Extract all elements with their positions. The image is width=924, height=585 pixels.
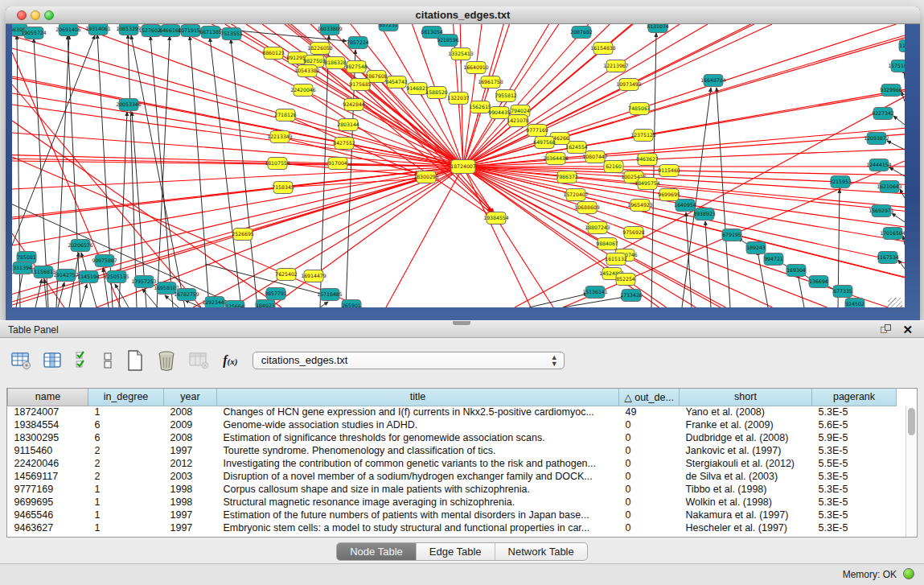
column-header-year[interactable]: year — [164, 389, 217, 406]
graph-node[interactable]: 852254 — [616, 274, 635, 286]
graph-node[interactable]: 15720407 — [563, 189, 589, 201]
graph-node[interactable]: 19142757 — [53, 270, 79, 282]
graph-node[interactable]: 12444154 — [866, 159, 892, 171]
float-panel-icon[interactable] — [881, 324, 892, 336]
graph-node[interactable]: 18107554 — [265, 158, 290, 170]
table-row[interactable]: 2242004622012Investigating the contribut… — [8, 457, 897, 470]
graph-node[interactable]: 10853297 — [116, 24, 142, 35]
graph-node[interactable]: 169304 — [786, 265, 806, 277]
graph-node[interactable]: 9242844 — [343, 99, 365, 111]
graph-node[interactable]: 7857224 — [347, 37, 369, 49]
graph-node[interactable]: 8860123 — [262, 47, 285, 60]
graph-node[interactable]: 3215953 — [829, 176, 852, 188]
graph-node[interactable]: 18226058 — [307, 43, 333, 55]
graph-node[interactable]: 12213967 — [603, 60, 629, 72]
graph-node[interactable]: 10543382 — [294, 65, 320, 77]
graph-node[interactable]: 125664 — [225, 301, 244, 308]
graph-node[interactable]: 7513551 — [220, 28, 243, 40]
graph-node[interactable]: 19055724 — [21, 27, 47, 39]
graph-node[interactable]: 8454743 — [385, 76, 408, 89]
graph-node[interactable]: 16914479 — [301, 270, 326, 282]
graph-node[interactable]: 90975887 — [92, 255, 117, 267]
graph-node[interactable]: 2526695 — [232, 229, 254, 241]
graph-node[interactable]: 9777169 — [526, 125, 548, 137]
tab-node-table[interactable]: Node Table — [337, 543, 417, 560]
column-header-short[interactable]: short — [680, 389, 812, 406]
graph-node[interactable]: 111750 — [899, 40, 905, 52]
delete-table-icon[interactable] — [156, 349, 177, 372]
graph-node[interactable]: 9756928 — [622, 227, 645, 239]
graph-node[interactable]: 857231 — [379, 24, 398, 31]
show-column-icon[interactable] — [43, 351, 63, 370]
graph-node[interactable]: 1167534 — [877, 252, 899, 264]
graph-node[interactable]: 9175685 — [349, 79, 372, 91]
tab-network-table[interactable]: Network Table — [495, 543, 587, 560]
select-attributes-icon[interactable] — [75, 350, 91, 371]
split-drag-handle[interactable] — [453, 321, 470, 325]
graph-node[interactable]: 1640954 — [674, 200, 696, 212]
tab-edge-table[interactable]: Edge Table — [417, 543, 495, 560]
graph-node[interactable]: 136694 — [809, 276, 828, 288]
graph-node[interactable]: 8131074 — [647, 24, 669, 33]
graph-node[interactable]: 7625402 — [275, 269, 298, 281]
table-row[interactable]: 1456911722003Disruption of a novel membe… — [8, 470, 897, 483]
graph-node[interactable]: 10688609 — [574, 202, 600, 214]
table-selector-dropdown[interactable]: citations_edges.txt ▲▼ — [253, 352, 565, 369]
graph-node[interactable]: 189243 — [746, 242, 766, 254]
graph-node[interactable]: 924502 — [845, 299, 864, 308]
network-canvas[interactable]: 1663090190557242069140619314061108532971… — [12, 24, 905, 307]
graph-node[interactable]: 679195 — [722, 229, 741, 241]
column-header-out_de[interactable]: △ out_de... — [619, 389, 680, 406]
graph-node[interactable]: 16154838 — [590, 43, 616, 55]
graph-node[interactable]: 12213343 — [267, 131, 293, 143]
graph-node[interactable]: 7485063 — [628, 103, 651, 115]
new-table-icon[interactable] — [125, 349, 145, 372]
graph-node[interactable]: 2718126 — [274, 109, 297, 122]
graph-node[interactable]: 11156813 — [31, 266, 56, 278]
graph-node[interactable]: 10807447 — [582, 151, 608, 163]
graph-node[interactable]: 16961758 — [478, 76, 503, 89]
table-row[interactable]: 1830029562008Estimation of significance … — [8, 431, 897, 444]
graph-node[interactable]: 18807243 — [585, 222, 610, 234]
graph-node[interactable]: 15692971 — [869, 205, 894, 217]
graph-node[interactable]: 12093872 — [864, 133, 889, 145]
graph-node[interactable]: 18300295 — [413, 171, 439, 183]
graph-node[interactable]: 9115460 — [658, 165, 680, 177]
graph-node[interactable]: 22420046 — [290, 84, 316, 97]
graph-node[interactable]: 9218596 — [437, 35, 459, 47]
graph-node[interactable]: 1145194 — [77, 271, 100, 283]
graph-node[interactable]: 1421078 — [507, 115, 529, 127]
graph-node[interactable]: 9699695 — [658, 189, 680, 201]
graph-node[interactable]: 8938923 — [693, 208, 716, 220]
graph-node[interactable]: 917004 — [328, 158, 347, 170]
graph-node[interactable]: 16640910 — [463, 62, 489, 74]
graph-node[interactable]: 9329966 — [880, 84, 902, 97]
graph-node[interactable]: 20053346 — [116, 99, 142, 111]
graph-node[interactable]: 9857791 — [265, 288, 287, 300]
graph-node[interactable]: 677335 — [833, 286, 852, 298]
graph-node[interactable]: 20691406 — [55, 24, 81, 36]
graph-node[interactable]: 18724007 — [450, 160, 476, 174]
function-builder-icon[interactable]: f(x) — [223, 353, 237, 368]
graph-node[interactable]: 20206576 — [68, 240, 93, 252]
graph-node[interactable]: 17016504 — [880, 228, 905, 240]
table-scrollbar[interactable] — [906, 406, 916, 537]
graph-node[interactable]: 15718485 — [317, 289, 343, 301]
graph-node[interactable]: 994721 — [764, 253, 783, 266]
graph-node[interactable]: 9884067 — [596, 238, 618, 250]
graph-node[interactable]: 19314061 — [85, 24, 111, 35]
graph-node[interactable]: 12505135 — [104, 271, 129, 283]
graph-node[interactable]: 19654923 — [627, 200, 653, 212]
graph-node[interactable]: 2087682 — [570, 27, 593, 39]
graph-node[interactable]: 1733426 — [620, 290, 643, 302]
graph-node[interactable]: 15751074 — [888, 60, 905, 72]
graph-node[interactable]: 7955812 — [495, 90, 517, 102]
graph-node[interactable]: 9827548 — [345, 61, 368, 73]
table-row[interactable]: 946362711997Embryonic stem cells: a mode… — [8, 521, 897, 534]
table-settings-icon[interactable] — [11, 351, 32, 370]
graph-node[interactable]: 10973493 — [616, 79, 642, 91]
graph-node[interactable]: 6671385 — [199, 27, 222, 39]
graph-node[interactable]: 12375125 — [630, 130, 656, 142]
graph-node[interactable]: 18495754 — [634, 178, 660, 190]
scrollbar-thumb[interactable] — [908, 408, 915, 435]
